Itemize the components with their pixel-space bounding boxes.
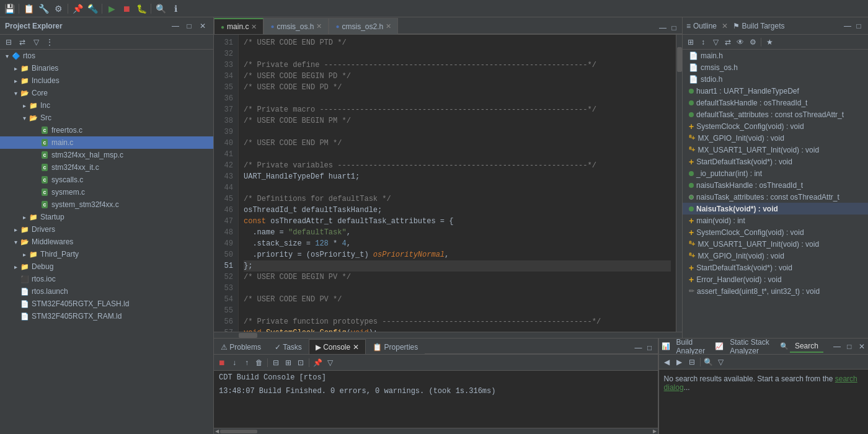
tree-item-sysmem[interactable]: c sysmem.c: [0, 186, 213, 198]
hscroll-thumb-console[interactable]: [220, 430, 257, 433]
tree-item-ram-ld[interactable]: 📄 STM32F405RGTX_RAM.ld: [0, 310, 213, 322]
outline-item-naisu-task-handle[interactable]: naisuTaskHandle : osThreadId_t: [683, 179, 868, 191]
outline-item-start-default-task2[interactable]: + StartDefaultTask(void*) : void: [683, 262, 868, 273]
outline-item-sysclock-config[interactable]: + SystemClock_Config(void) : void: [683, 120, 868, 132]
tree-toggle-core[interactable]: ▾: [11, 90, 20, 97]
code-scrollbar[interactable]: [676, 35, 682, 332]
tree-toggle-rtos[interactable]: ▾: [2, 53, 11, 60]
outline-item-main-h[interactable]: 📄 main.h: [683, 50, 868, 61]
tree-toggle-startup[interactable]: ▸: [20, 214, 29, 221]
search-toolbar-btn4[interactable]: 🔍: [703, 356, 714, 368]
outline-item-mx-gpio-init2[interactable]: ⁸+ MX_GPIO_Init(void) : void: [683, 250, 868, 262]
toolbar-btn-4[interactable]: ⚙: [51, 2, 65, 16]
toolbar-btn-stop[interactable]: ⏹: [120, 2, 133, 16]
outline-item-error-handler[interactable]: + Error_Handler(void) : void: [683, 273, 868, 285]
tree-item-syscalls[interactable]: c syscalls.c: [0, 174, 213, 186]
tab-static-stack[interactable]: Static Stack Analyzer: [725, 337, 775, 356]
outline-item-naisu-task-attr[interactable]: naisuTask_attributes : const osThreadAtt…: [683, 191, 868, 203]
toolbar-btn-debug[interactable]: 🐛: [135, 2, 148, 16]
toolbar-btn-help[interactable]: ℹ: [169, 2, 182, 16]
outline-item-mx-usart1-2[interactable]: ⁸+ MX_USART1_UART_Init(void) : void: [683, 238, 868, 250]
code-content[interactable]: /* USER CODE END PTD */ /* Private defin…: [239, 35, 676, 332]
console-stop-btn[interactable]: ⏹: [216, 357, 228, 368]
tree-toggle-binaries[interactable]: ▸: [11, 65, 20, 72]
tree-item-rtos-launch[interactable]: 📄 rtos.launch: [0, 285, 213, 298]
tree-toggle-src[interactable]: ▾: [20, 115, 29, 122]
outline-filter-btn[interactable]: ▽: [710, 37, 721, 48]
bottom-minimize-btn[interactable]: —: [633, 342, 644, 353]
outline-more-btn[interactable]: ⚙: [747, 37, 758, 48]
tree-item-middlewares[interactable]: ▾ 📂 Middlewares: [0, 236, 213, 248]
outline-item-huart1[interactable]: huart1 : UART_HandleTypeDef: [683, 85, 868, 97]
tree-toggle-drivers[interactable]: ▸: [11, 226, 20, 233]
outline-item-cmsis-os-h[interactable]: 📄 cmsis_os.h: [683, 61, 868, 73]
tree-item-startup[interactable]: ▸ 📁 Startup: [0, 211, 213, 223]
tree-item-it-c[interactable]: c stm32f4xx_it.c: [0, 161, 213, 174]
tree-item-drivers[interactable]: ▸ 📁 Drivers: [0, 223, 213, 236]
hscroll-left-btn[interactable]: ◀: [214, 428, 220, 435]
tree-item-system-stm32[interactable]: c system_stm32f4xx.c: [0, 198, 213, 211]
tab-close-main-c[interactable]: ✕: [251, 23, 257, 31]
tab-close-cmsis-os[interactable]: ✕: [316, 22, 322, 30]
console-pin-btn[interactable]: 📌: [312, 357, 323, 368]
toolbar-btn-5[interactable]: 📌: [71, 2, 84, 16]
tree-item-inc[interactable]: ▸ 📁 Inc: [0, 99, 213, 112]
outline-star-btn[interactable]: ★: [764, 37, 775, 48]
right-bottom-close-btn[interactable]: ✕: [858, 341, 866, 352]
tab-main-c[interactable]: ● main.c ✕: [214, 18, 264, 34]
tab-build-analyzer[interactable]: Build Analyzer: [671, 337, 711, 356]
close-explorer-btn[interactable]: ✕: [197, 20, 208, 32]
tree-toggle-inc[interactable]: ▸: [20, 102, 29, 109]
collapse-all-btn[interactable]: ⊟: [2, 36, 15, 48]
editor-maximize-btn[interactable]: □: [668, 22, 680, 33]
outline-item-sysclock-config2[interactable]: + SystemClock_Config(void) : void: [683, 226, 868, 238]
search-toolbar-btn1[interactable]: ◀: [662, 356, 673, 368]
tab-tasks[interactable]: ✓ Tasks: [268, 339, 309, 354]
editor-minimize-btn[interactable]: —: [657, 22, 668, 33]
hscroll-thumb[interactable]: [239, 333, 257, 338]
hscroll-right-btn[interactable]: ▶: [652, 428, 658, 435]
outline-item-start-default-task[interactable]: + StartDefaultTask(void*) : void: [683, 156, 868, 167]
outline-item-mx-usart1[interactable]: ⁸+ MX_USART1_UART_Init(void) : void: [683, 144, 868, 156]
tree-item-hal-msp[interactable]: c stm32f4xx_hal_msp.c: [0, 149, 213, 161]
outline-item-main-func[interactable]: + main(void) : int: [683, 215, 868, 226]
code-hscrollbar[interactable]: [214, 332, 682, 338]
tree-item-rtos[interactable]: ▾ 🔷 rtos: [0, 50, 213, 62]
tree-item-rtos-ioc[interactable]: ⬛ rtos.ioc: [0, 273, 213, 285]
tree-toggle-third-party[interactable]: ▸: [20, 251, 29, 258]
console-layout-btn3[interactable]: ⊡: [295, 357, 306, 368]
outline-hide-btn[interactable]: 👁: [735, 37, 746, 48]
tab-console[interactable]: ▶ Console ✕: [309, 339, 366, 354]
outline-minimize-btn[interactable]: —: [842, 20, 853, 32]
tree-item-binaries[interactable]: ▸ 📁 Binaries: [0, 62, 213, 74]
maximize-explorer-btn[interactable]: □: [184, 20, 195, 32]
console-clear-btn[interactable]: 🗑: [254, 357, 265, 368]
search-toolbar-btn2[interactable]: ▶: [674, 356, 685, 368]
toolbar-btn-1[interactable]: 💾: [2, 2, 16, 16]
right-bottom-maximize-btn[interactable]: □: [846, 341, 853, 352]
tree-item-includes[interactable]: ▸ 📁 Includes: [0, 74, 213, 87]
tree-item-src[interactable]: ▾ 📂 Src: [0, 112, 213, 124]
tree-item-core[interactable]: ▾ 📂 Core: [0, 87, 213, 99]
link-editor-btn[interactable]: ⇄: [16, 36, 29, 48]
tab-close-cmsis-os2[interactable]: ✕: [386, 22, 391, 30]
bottom-maximize-btn[interactable]: □: [644, 342, 655, 353]
tab-problems[interactable]: ⚠ Problems: [214, 339, 268, 354]
tab-properties[interactable]: 📋 Properties: [366, 339, 425, 354]
toolbar-btn-2[interactable]: 📋: [22, 2, 35, 16]
toolbar-btn-run[interactable]: ▶: [105, 2, 118, 16]
right-bottom-minimize-btn[interactable]: —: [833, 341, 841, 352]
tree-toggle-includes[interactable]: ▸: [11, 78, 20, 84]
tree-item-flash-ld[interactable]: 📄 STM32F405RGTX_FLASH.ld: [0, 298, 213, 310]
tree-toggle-middlewares[interactable]: ▾: [11, 239, 20, 246]
tree-item-main-c[interactable]: c main.c: [0, 136, 213, 149]
tab-search[interactable]: Search: [790, 340, 823, 353]
outline-sort-btn[interactable]: ↕: [698, 37, 709, 48]
console-hscrollbar[interactable]: ◀ ▶: [214, 428, 658, 434]
tab-cmsis-os2-h[interactable]: ● cmsis_os2.h ✕: [329, 18, 398, 34]
outline-link-btn[interactable]: ⇄: [722, 37, 733, 48]
toolbar-btn-6[interactable]: 🔦: [86, 2, 99, 16]
console-layout-btn1[interactable]: ⊟: [270, 357, 281, 368]
console-layout-btn2[interactable]: ⊞: [283, 357, 294, 368]
outline-item-mx-gpio-init[interactable]: ⁸+ MX_GPIO_Init(void) : void: [683, 132, 868, 144]
